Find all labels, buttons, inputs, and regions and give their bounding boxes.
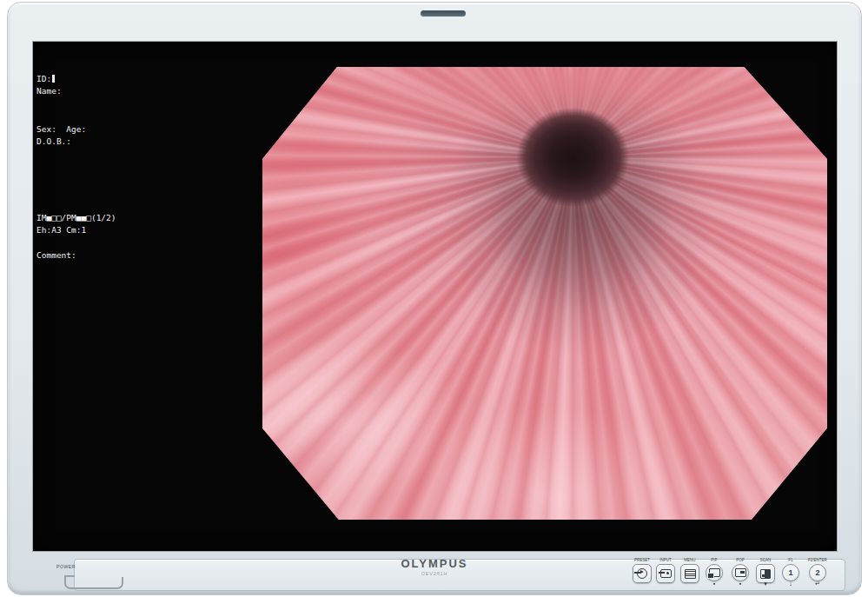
osd-id-line: ID: [36,75,55,83]
button-group-preset: PRESET [629,557,655,590]
text-cursor [52,75,55,83]
scan-mark: ▾ [752,580,779,587]
button-group-f1: F1 1 ↓ [778,557,804,590]
button-group-f2-enter: F2/ENTER 2 ↵ [805,557,831,590]
button-group-scan: SCAN ▾ [752,557,779,590]
f2-enter-label: F2/ENTER [801,558,834,562]
menu-button[interactable] [680,564,699,583]
osd-dob-line: D.O.B.: [36,137,71,146]
endoscopy-video [262,67,827,520]
pip-icon [709,568,720,577]
model-number: OEV261H [341,571,528,575]
menu-grid-icon [685,569,696,579]
power-switch[interactable] [64,577,123,589]
pop-button[interactable] [732,564,749,581]
pip-mark: ▪ [701,580,727,587]
osd-sex-age-line: Sex: Age: [36,125,86,134]
scan-icon [760,569,771,579]
osd-id-label: ID: [36,74,51,83]
input-button[interactable] [656,564,675,583]
button-group-menu: MENU [677,557,703,590]
preset-recall-icon [637,568,647,579]
preset-button[interactable] [633,564,652,583]
monitor-photo: ID: Name: Sex: Age: D.O.B.: IM■□□/PM■■□(… [0,0,868,597]
input-select-icon [660,569,672,578]
button-group-pop: POP ▪ [727,557,753,590]
f1-button[interactable]: 1 [782,564,799,581]
osd-name-line: Name: [36,87,62,96]
osd-im-pm-line: IM■□□/PM■■□(1/2) [36,214,116,222]
pop-mark: ▪ [727,580,753,587]
pop-icon [735,568,746,577]
pip-button[interactable] [706,564,723,581]
power-label: POWER [44,564,89,568]
button-group-input: INPUT [653,557,679,590]
osd-comment-line: Comment: [36,251,76,260]
f2-enter-mark: ↵ [805,580,831,587]
brand-logo: OLYMPUS [330,557,539,570]
top-slot [421,10,466,17]
osd-eh-cm-line: Eh:A3 Cm:1 [36,226,86,235]
f1-mark: ↓ [778,580,804,587]
f1-digit: 1 [788,568,792,577]
f2-enter-button[interactable]: 2 [809,564,826,581]
f2-digit: 2 [815,568,819,577]
button-group-pip: PIP ▪ [701,557,727,590]
